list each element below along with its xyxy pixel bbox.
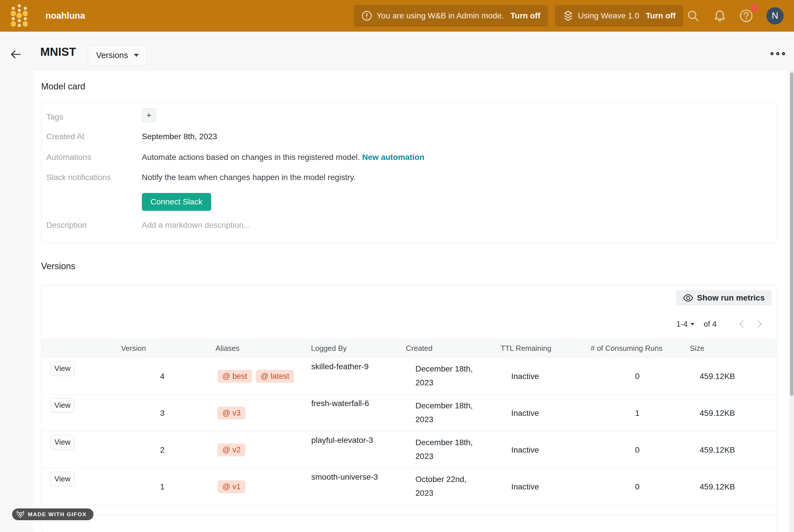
version-number-cell: 3 [102, 395, 165, 431]
admin-turn-off-button[interactable]: Turn off [511, 11, 541, 20]
consuming-runs-cell: 1 [575, 395, 668, 431]
overflow-menu-button[interactable] [770, 52, 785, 55]
avatar-initial: N [772, 11, 778, 21]
ttl-remaining-cell: Inactive [495, 358, 575, 395]
consuming-runs-cell: 0 [575, 469, 668, 505]
versions-table-panel: Show run metrics 1-4 of 4 Version Aliase… [41, 285, 777, 532]
alias-chip[interactable]: @ v3 [218, 406, 245, 420]
description-placeholder[interactable]: Add a markdown description... [142, 221, 250, 230]
prev-page-button[interactable] [739, 320, 744, 328]
column-header-created: Created [406, 344, 495, 353]
ttl-remaining-cell: Inactive [495, 395, 575, 431]
admin-banner-text: You are using W&B in Admin mode. [377, 11, 504, 20]
search-icon[interactable] [686, 8, 700, 23]
top-navbar: noahluna You are using W&B in Admin mode… [0, 0, 794, 32]
size-cell: 459.12KB [668, 395, 777, 431]
column-header-consuming-runs: # of Consuming Runs [575, 344, 668, 353]
column-header-version: Version [102, 344, 165, 353]
aliases-cell: @ v3 [165, 395, 305, 431]
view-version-button[interactable]: View [50, 398, 75, 413]
model-card-section-title: Model card [41, 81, 85, 92]
page-title: MNIST [40, 45, 76, 58]
view-version-button[interactable]: View [50, 435, 75, 450]
page-total-label: of 4 [704, 320, 717, 329]
created-cell: December 18th, 2023 [406, 395, 495, 431]
versions-dropdown[interactable]: Versions [88, 45, 147, 65]
size-cell: 459.12KB [668, 469, 777, 505]
aliases-cell: @ v1 [165, 469, 305, 505]
user-avatar[interactable]: N [767, 7, 783, 24]
consuming-runs-cell: 0 [575, 358, 668, 395]
notification-dot-badge [751, 5, 758, 11]
show-run-metrics-button[interactable]: Show run metrics [676, 290, 772, 305]
logged-by-cell[interactable]: playful-elevator-3 [305, 432, 406, 468]
alias-chip[interactable]: @ v1 [218, 480, 245, 493]
table-header-row: Version Aliases Logged By Created TTL Re… [41, 339, 777, 358]
table-body: View 4 @ best@ latest skilled-feather-9 … [41, 358, 777, 505]
size-cell: 459.12KB [668, 432, 777, 468]
view-version-button[interactable]: View [50, 361, 75, 376]
aliases-cell: @ v2 [165, 432, 305, 468]
slack-notifications-text: Notify the team when changes happen in t… [142, 173, 356, 182]
created-cell: December 18th, 2023 [406, 358, 495, 395]
connect-slack-button[interactable]: Connect Slack [142, 193, 211, 211]
gifox-badge-text: MADE WITH GIFOX [28, 511, 87, 518]
weave-banner-text: Using Weave 1.0 [578, 11, 639, 20]
weave-turn-off-button[interactable]: Turn off [646, 11, 676, 20]
model-card-panel: Tags + Created At September 8th, 2023 Au… [41, 103, 777, 243]
column-header-ttl-remaining: TTL Remaining [495, 344, 575, 353]
scrollbar-thumb[interactable] [790, 73, 793, 396]
chevron-down-icon [691, 323, 695, 325]
versions-dropdown-label: Versions [96, 51, 128, 60]
ttl-remaining-cell: Inactive [495, 469, 575, 505]
back-arrow-button[interactable] [10, 48, 22, 60]
versions-section-title: Versions [41, 261, 75, 271]
page-range-selector[interactable]: 1-4 [676, 320, 695, 329]
wandb-logo-icon[interactable] [11, 4, 27, 27]
version-number-cell: 4 [102, 358, 165, 395]
add-tag-button[interactable]: + [142, 108, 156, 122]
table-row: View 2 @ v2 playful-elevator-3 December … [41, 432, 777, 469]
eye-icon [683, 293, 693, 302]
aliases-cell: @ best@ latest [165, 358, 305, 395]
left-rail [0, 71, 33, 532]
created-at-label: Created At [46, 132, 84, 141]
alias-chip[interactable]: @ best [218, 370, 252, 383]
alias-chip[interactable]: @ latest [256, 370, 294, 383]
logged-by-cell[interactable]: skilled-feather-9 [305, 358, 406, 395]
logged-by-cell[interactable]: fresh-waterfall-6 [305, 395, 406, 431]
table-pagination: 1-4 of 4 [676, 317, 762, 331]
table-row: View 1 @ v1 smooth-universe-3 October 22… [41, 469, 777, 505]
next-page-button[interactable] [757, 320, 762, 328]
alert-circle-icon [361, 11, 372, 21]
view-version-button[interactable]: View [50, 472, 75, 486]
admin-mode-banner: You are using W&B in Admin mode. Turn of… [354, 5, 548, 27]
column-header-size: Size [668, 344, 777, 353]
column-header-aliases: Aliases [165, 344, 305, 353]
created-cell: December 18th, 2023 [406, 432, 495, 468]
version-number-cell: 1 [102, 469, 165, 505]
automations-label: Automations [46, 153, 91, 162]
chevron-down-icon [134, 54, 139, 57]
version-number-cell: 2 [102, 432, 165, 468]
notifications-bell-icon[interactable] [713, 8, 727, 23]
tags-label: Tags [46, 112, 63, 122]
size-cell: 459.12KB [668, 358, 777, 395]
table-row: View 3 @ v3 fresh-waterfall-6 December 1… [41, 395, 777, 432]
new-automation-link[interactable]: New automation [362, 153, 424, 162]
automations-text: Automate actions based on changes in thi… [142, 153, 424, 162]
slack-notifications-label: Slack notifications [46, 173, 111, 182]
created-at-value: September 8th, 2023 [142, 132, 217, 141]
ttl-remaining-cell: Inactive [495, 432, 575, 468]
made-with-gifox-badge: MADE WITH GIFOX [12, 508, 94, 520]
logged-by-cell[interactable]: smooth-universe-3 [305, 469, 406, 505]
help-icon[interactable] [739, 8, 753, 23]
alias-chip[interactable]: @ v2 [218, 443, 245, 456]
current-user-name[interactable]: noahluna [45, 0, 85, 32]
created-cell: October 22nd, 2023 [406, 469, 495, 505]
description-label: Description [46, 221, 87, 230]
weave-banner: Using Weave 1.0 Turn off [555, 5, 683, 27]
column-header-logged-by: Logged By [305, 344, 406, 353]
app-window: noahluna You are using W&B in Admin mode… [0, 0, 794, 532]
table-row: View 4 @ best@ latest skilled-feather-9 … [41, 358, 777, 395]
